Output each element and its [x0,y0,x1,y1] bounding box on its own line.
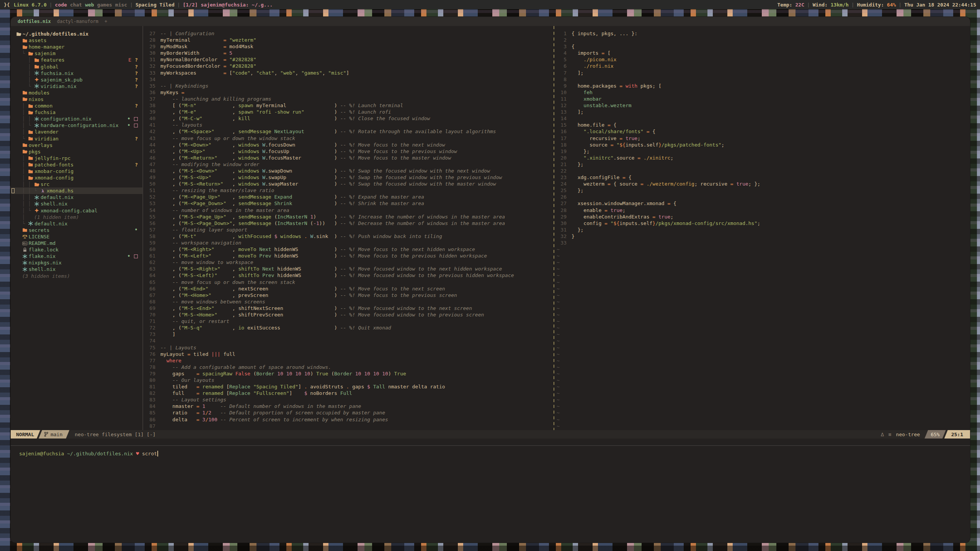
code-line: 36myKeys = [143,90,554,96]
neo-tree-panel[interactable]: ~/.github/dotfiles.nix assets home-manag… [11,26,142,430]
empty-buffer-line: ~ [554,272,970,279]
tree-item-fuchsia.nix[interactable]: │ fuchsia.nix? [11,70,142,77]
indent-guide [16,96,22,102]
shell-pane[interactable]: sajenim@fuchsia ~/.github/dotfiles.nix ♥… [11,446,970,543]
code-line: 67 , ("M-<Home>" , prevScreen ) -- %! Mo… [143,292,554,299]
code-line: 73 ] [143,331,554,338]
tree-item-xmonad-config.cabal[interactable]: │ └ xmonad-config.cabal [11,207,142,214]
workspace-web[interactable]: web [82,2,94,8]
wezterm-window: dotfiles.nix dactyl-manuform + ~/.github… [11,17,970,543]
tree-item-secrets[interactable]: secrets• [11,227,142,233]
tab-bar: dotfiles.nix dactyl-manuform + [11,17,970,26]
tree-item-default.nix[interactable]: │ │ default.nix [11,194,142,201]
tab-dactyl-manuform[interactable]: dactyl-manuform [54,19,101,24]
tree-item-modules[interactable]: modules [11,90,142,96]
bar-separator: | [175,2,183,8]
indent-guide [16,90,22,96]
code-line: 78 -- Add a configurable amount of space… [143,364,554,371]
folder-open-icon [28,175,34,181]
tree-item-label: patched-fonts [34,162,74,168]
workspace-misc[interactable]: misc [112,2,127,8]
empty-buffer-line: ~ [554,325,970,331]
empty-buffer-line: ~ [554,358,970,364]
nix-icon [34,195,41,200]
tree-item-hardware-configuration.nix[interactable]: │ └ hardware-configuration.nix• [11,122,142,129]
tree-item-flake.nix[interactable]: flake.nix• [11,253,142,259]
indent-guide [16,260,22,266]
workspace-chat[interactable]: chat [67,2,82,8]
workspace-games[interactable]: games [94,2,112,8]
kernel-version: Linux 6.7.0 [14,2,47,8]
tree-item-xmonad-config[interactable]: │ xmonad-config [11,174,142,181]
bar-separator: | [804,2,813,8]
tree-item-label: xmonad.hs [47,188,74,194]
tree-item-jellyfin-rpc[interactable]: │ jellyfin-rpc [11,155,142,161]
code-line: 32} [554,233,970,240]
tree-item--3-hidden-items-[interactable]: (3 hidden items) [11,272,142,279]
mode-indicator: NORMAL [11,430,40,439]
tree-item-src[interactable]: │ │ src [11,181,142,187]
tree-item-common[interactable]: │ common? [11,103,142,109]
nix-icon [34,70,41,76]
indent-guide: │ [16,168,28,174]
tree-item-README.md[interactable]: README.md [11,240,142,246]
indent-guide: │ └ [16,208,34,214]
empty-buffer-line: ~ [554,364,970,371]
editor-nix-file[interactable]: 1{ inputs, pkgs, ... }:23{4 imports = [5… [554,26,970,430]
empty-buffer-line: ~ [554,299,970,305]
tree-item-assets[interactable]: assets [11,37,142,44]
code-line: 12 unstable.wezterm [554,103,970,109]
tree-item-global[interactable]: │ global? [11,63,142,70]
typed-command[interactable]: scrot [142,451,157,456]
tree-item-label: sajenim_sk.pub [41,77,83,83]
tree-item-shell.nix[interactable]: shell.nix [11,266,142,272]
tree-item--.github-dotfiles.nix[interactable]: ~/.github/dotfiles.nix [11,31,142,37]
tree-item-flake.lock[interactable]: flake.lock [11,246,142,253]
folder-closed-icon [34,64,41,69]
tree-item-LICENSE[interactable]: LICENSE [11,233,142,240]
tree-item-label: default.nix [41,194,74,200]
empty-buffer-line: ~ [554,259,970,266]
editor-xmonad-hs[interactable]: 27-- | Configuration28myTerminal = "wezt… [143,26,554,430]
tree-item-label: LICENSE [29,234,50,240]
empty-buffer-line: ~ [554,312,970,318]
new-tab-button[interactable]: + [101,19,110,24]
indent-guide: │ [16,155,28,161]
tree-item-home-manager[interactable]: home-manager [11,44,142,50]
tree-item-default.nix[interactable]: └ default.nix [11,220,142,227]
tree-item-nixos[interactable]: nixos [11,96,142,103]
tree-item-sajenim[interactable]: └ sajenim [11,50,142,57]
tab-dotfiles-nix[interactable]: dotfiles.nix [15,19,54,24]
code-line: 37 -- launching and killing programs [143,96,554,103]
code-line: 24 wezterm = { source = ./wezterm/config… [554,181,970,187]
tree-item--1-hidden-item-[interactable]: │ (1 hidden item) [11,214,142,220]
code-line: 54 -- number of windows in the master ar… [143,207,554,214]
git-status-badge: ? [135,64,138,70]
tree-item-sajenim-sk.pub[interactable]: │ sajenim_sk.pub? [11,77,142,83]
workspace-code[interactable]: code [55,2,67,8]
tree-item-lavender[interactable]: │ lavender [11,129,142,135]
tree-item-viridian.nix[interactable]: └ viridian.nix? [11,83,142,90]
tree-item-pkgs[interactable]: pkgs [11,148,142,155]
list-icon: ≡ [889,432,892,437]
tree-item-xmobar-config[interactable]: │ xmobar-config [11,168,142,174]
tree-item-patched-fonts[interactable]: │ patched-fonts? [11,161,142,168]
folder-closed-icon [22,90,29,95]
tree-item-configuration.nix[interactable]: │ │ configuration.nix• [11,116,142,122]
tree-item-label: README.md [29,240,56,246]
tree-item-badges: ? [135,70,142,76]
code-line: 42 , ("M-<Space>" , sendMessage NextLayo… [143,129,554,135]
code-line: 8 [554,77,970,83]
tree-item-fuchsia[interactable]: │ fuchsia [11,109,142,116]
tree-item-overlays[interactable]: overlays [11,142,142,148]
tree-item-shell.nix[interactable]: │ │ shell.nix [11,201,142,207]
tree-item-xmonad.hs[interactable]: │ │ └ λxmonad.hs [11,187,142,194]
code-line: 28myTerminal = "wezterm" [143,37,554,44]
git-status-badge: ? [135,136,138,142]
tree-item-nixpkgs.nix[interactable]: nixpkgs.nix [11,259,142,266]
indent-guide [16,266,22,272]
tree-item-viridian[interactable]: └ viridian? [11,135,142,142]
tree-item-label: modules [29,90,50,96]
tree-item-label: shell.nix [41,201,67,207]
tree-item-features[interactable]: │ featuresE? [11,57,142,63]
